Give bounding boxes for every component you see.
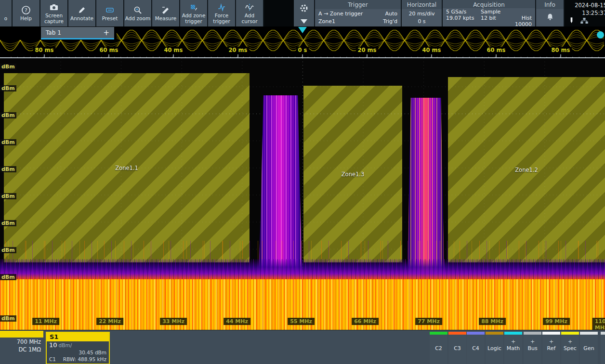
channel-button-c3[interactable]: C3 [448, 332, 466, 364]
trigger-status: Trig'd [383, 18, 397, 25]
clock-panel[interactable]: 2024-08-15 13:25:37 [565, 0, 605, 26]
freq-tick-label: 66 MHz [352, 318, 379, 325]
channel1-badge-header[interactable] [0, 331, 43, 338]
toolbar-button-label: Measure [155, 16, 177, 21]
toolbar-button-label: Add zoom [125, 16, 150, 21]
zone-indicator-dot[interactable] [597, 31, 604, 39]
spectrum-badge-s1[interactable]: S1 10dBm/ 30.45 dBm C1RBW: 488.95 kHz [46, 332, 110, 364]
zoom-icon [133, 5, 143, 15]
toolbar-gap [264, 0, 294, 26]
gear-icon [299, 3, 309, 15]
toolbar-button-label: Add zone trigger [180, 13, 207, 24]
channel-button-logic[interactable]: Logic [486, 332, 503, 364]
level-tick-label: dBm [0, 139, 16, 145]
help-icon: ? [21, 5, 31, 15]
channel1-badge[interactable]: 700 MHz DC 1MΩ [0, 338, 43, 353]
channel-button-label: Spec [561, 345, 579, 351]
date-text: 2024-08-15 [569, 2, 605, 9]
trigger-panel[interactable]: Trigger A → Zone triggerAuto Zone1Trig'd [315, 0, 401, 26]
freq-tick-label: 77 MHz [415, 318, 442, 325]
toolbar-button-label: Force trigger [208, 13, 235, 24]
level-tick-label: dBm [0, 274, 16, 280]
channel-button-c4[interactable]: C4 [467, 332, 485, 364]
bell-icon [546, 13, 554, 23]
chevron-down-icon [301, 19, 307, 24]
tab-1[interactable]: Tab 1 + [41, 27, 114, 39]
channel-button-clipped[interactable] [601, 332, 605, 364]
toolbar-button-help[interactable]: ?Help [13, 0, 39, 26]
trigger-mode: A → Zone trigger [318, 11, 363, 17]
channel-button-label: Gen [580, 345, 598, 351]
channel-button-gen[interactable]: Gen [580, 332, 598, 364]
acq-sample-rate: 5 GSa/s [446, 9, 476, 15]
channel-button-ref[interactable]: +Ref [542, 332, 560, 364]
noise-floor-transition [0, 259, 605, 279]
channel-color-bar [430, 332, 447, 335]
add-tab-button[interactable]: + [103, 28, 109, 37]
toolbar-button-force-trigger[interactable]: Force trigger [208, 0, 235, 26]
freq-tick-label: 110 MHz [592, 318, 605, 330]
channel1-bandwidth: 700 MHz [0, 338, 41, 346]
force-trigger-icon [217, 2, 226, 12]
trigger-position-marker[interactable] [298, 27, 307, 33]
freq-tick-label: 99 MHz [543, 318, 570, 325]
trigger-panel-title: Trigger [315, 0, 401, 9]
toolbar-button-clipped[interactable]: o [0, 0, 12, 26]
toolbar-button-annotate[interactable]: Annotate [68, 0, 95, 26]
channel-button-label: Math [504, 345, 522, 351]
oscilloscope-screen: o?HelpScreen captureAnnotatePresetAdd zo… [0, 0, 605, 364]
channel-button-label: C4 [467, 345, 485, 351]
channel-color-bar [580, 332, 598, 335]
toolbar-button-preset[interactable]: Preset [96, 0, 123, 26]
spectrum-plot[interactable]: Zone1.1Zone1.3Zone1.2 dBmdBmdBmdBmdBmdBm… [0, 58, 605, 330]
measure-icon [161, 5, 171, 15]
horizontal-panel[interactable]: Horizontal 20 ms/div 0 s [402, 0, 442, 26]
info-panel[interactable]: Info [536, 0, 564, 26]
add-icon [580, 338, 598, 345]
add-icon: + [504, 338, 522, 345]
toolbar-button-add-zoom[interactable]: Add zoom [124, 0, 151, 26]
acquisition-panel[interactable]: Acquisition 5 GSa/sSample 19.07 kpts12 b… [443, 0, 535, 26]
add-icon [448, 338, 466, 345]
channel-button-c2[interactable]: C2 [430, 332, 447, 364]
noise-spikes [0, 241, 605, 259]
channel-button-math[interactable]: +Math [504, 332, 522, 364]
toolbar-button-add-zone-trigger[interactable]: Add zone trigger [180, 0, 207, 26]
bottom-bar: 700 MHz DC 1MΩ S1 10dBm/ 30.45 dBm C1RBW… [0, 330, 605, 364]
acq-record-length: 19.07 kpts [446, 15, 476, 27]
trigger-source: Zone1 [318, 18, 335, 25]
svg-text:?: ? [25, 7, 27, 13]
channel-button-spec[interactable]: +Spec [561, 332, 579, 364]
acquisition-panel-title: Acquisition [443, 0, 535, 8]
level-tick-label: dBm [0, 193, 16, 199]
settings-button[interactable] [294, 0, 314, 26]
toolbar-button-label: Help [20, 16, 32, 21]
info-panel-title: Info [536, 0, 564, 9]
freq-tick-label: 22 MHz [96, 318, 123, 325]
toolbar-button-measure[interactable]: Measure [152, 0, 179, 26]
clipped-icon [1, 5, 11, 15]
channel-color-bar [601, 332, 605, 335]
channel-color-bar [486, 332, 503, 335]
add-icon: + [542, 338, 560, 345]
cursor-icon [245, 2, 254, 12]
level-tick-label: dBm [0, 315, 16, 322]
channel-button-bus[interactable]: +Bus [524, 332, 541, 364]
acq-resolution: 12 bit [481, 15, 506, 27]
toolbar-button-label: Screen capture [40, 13, 67, 24]
toolbar-button-add-cursor[interactable]: Add cursor [236, 0, 263, 26]
pen-status-icon [569, 17, 574, 25]
trigger-state: Auto [385, 11, 397, 17]
level-tick-label: dBm [0, 166, 16, 172]
channel-button-label: C2 [430, 345, 447, 351]
channel-color-bar [504, 332, 522, 335]
channel1-coupling: DC 1MΩ [0, 346, 41, 353]
add-icon [467, 338, 485, 345]
acq-history: Hist 10000 [511, 15, 532, 27]
toolbar: o?HelpScreen captureAnnotatePresetAdd zo… [0, 0, 605, 26]
time-text: 13:25:37 [569, 10, 605, 16]
freq-tick-label: 11 MHz [32, 318, 59, 325]
toolbar-button-screen-capture[interactable]: Screen capture [40, 0, 67, 26]
tab-label: Tab 1 [46, 29, 61, 36]
toolbar-button-label: Add cursor [236, 13, 263, 24]
